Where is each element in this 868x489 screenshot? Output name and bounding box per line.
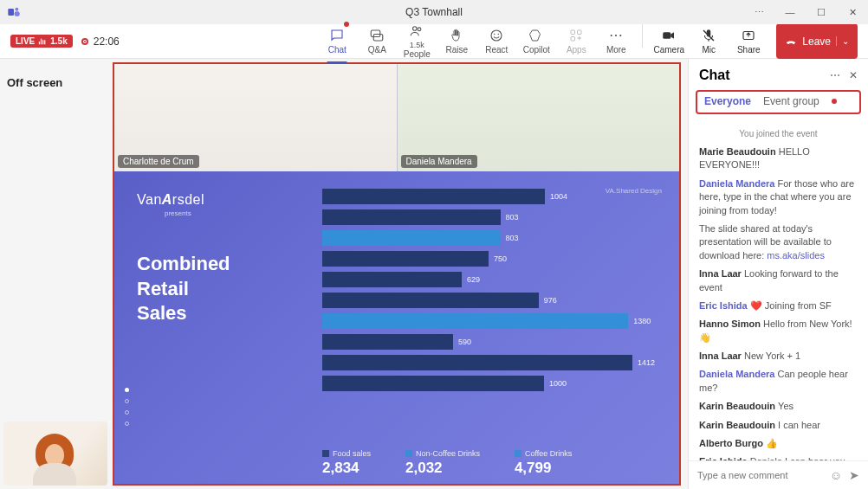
send-icon[interactable]: ➤	[849, 468, 859, 482]
apps-button[interactable]: Apps	[557, 23, 595, 59]
chat-tab-everyone[interactable]: Everyone	[704, 95, 751, 107]
chat-panel: Chat ⋯ ✕ Everyone Event group You joined…	[688, 59, 868, 489]
svg-point-1	[15, 8, 18, 11]
chat-input-row: ☺ ➤	[689, 460, 868, 489]
svg-rect-10	[571, 30, 575, 35]
offscreen-panel: Off screen	[0, 59, 113, 489]
offscreen-label: Off screen	[7, 76, 106, 89]
unread-dot-icon	[832, 99, 837, 104]
slide-chart: 1004803803750629976138059014121000	[322, 189, 655, 442]
more-icon: ⋯	[609, 28, 623, 43]
svg-point-9	[498, 34, 500, 35]
chat-icon	[329, 28, 345, 43]
chat-title: Chat	[699, 68, 830, 83]
svg-point-6	[418, 28, 421, 31]
toolbar-divider	[642, 23, 643, 48]
chat-badge-icon	[344, 22, 349, 27]
mic-button[interactable]: Mic	[690, 23, 728, 59]
people-icon	[409, 23, 424, 39]
more-window-icon[interactable]: ⋯	[743, 0, 774, 24]
qa-icon	[369, 28, 385, 43]
svg-rect-13	[664, 32, 671, 39]
chat-tabs-highlight: Everyone Event group	[696, 90, 861, 114]
main-stage: Charlotte de Crum Daniela Mandera VanArs…	[113, 59, 688, 489]
svg-point-5	[413, 27, 418, 31]
svg-rect-2	[15, 11, 20, 16]
svg-point-7	[491, 30, 502, 41]
close-icon[interactable]: ✕	[837, 0, 868, 24]
camera-icon	[661, 28, 677, 43]
svg-rect-0	[8, 9, 14, 16]
slide-nav-dots	[125, 388, 129, 426]
raise-hand-button[interactable]: Raise	[437, 23, 476, 59]
self-video[interactable]	[3, 421, 107, 486]
window-title: Q3 Townhall	[405, 6, 463, 18]
camera-button[interactable]: Camera	[650, 23, 688, 59]
qa-toolbar-button[interactable]: Q&A	[358, 23, 396, 59]
participant-name: Charlotte de Crum	[118, 155, 199, 168]
copilot-icon	[528, 28, 544, 43]
leave-chevron-icon[interactable]: ⌄	[836, 36, 849, 46]
svg-rect-3	[372, 30, 381, 37]
react-button[interactable]: React	[477, 23, 515, 59]
recording-icon	[81, 38, 88, 45]
share-icon	[741, 28, 756, 43]
hand-icon	[449, 28, 464, 43]
svg-point-8	[494, 34, 496, 35]
chat-tab-event-group[interactable]: Event group	[763, 95, 819, 107]
chat-messages[interactable]: You joined the eventMarie Beaudouin HELL…	[689, 119, 868, 460]
emoji-icon[interactable]: ☺	[830, 468, 842, 482]
people-toolbar-button[interactable]: 1.5k People	[398, 23, 436, 59]
share-button[interactable]: Share	[729, 23, 768, 59]
participant-video[interactable]: Charlotte de Crum	[114, 64, 397, 171]
svg-rect-4	[374, 35, 384, 42]
teams-logo-icon	[7, 5, 21, 19]
chat-more-icon[interactable]: ⋯	[830, 69, 840, 81]
meeting-toolbar: LIVE 1.5k 22:06 Chat Q&A 1.5k People Rai…	[0, 24, 868, 59]
minimize-icon[interactable]: —	[774, 0, 806, 24]
svg-rect-12	[571, 37, 575, 42]
chat-toolbar-button[interactable]: Chat	[318, 23, 356, 59]
window-controls: ⋯ — ☐ ✕	[743, 0, 868, 24]
more-button[interactable]: ⋯ More	[597, 23, 635, 59]
copilot-button[interactable]: Copilot	[517, 23, 555, 59]
participant-video[interactable]: Daniela Mandera	[398, 64, 680, 171]
svg-rect-11	[578, 30, 582, 35]
slide-legend: Food sales2,834Non-Coffee Drinks2,032Cof…	[322, 449, 655, 477]
maximize-icon[interactable]: ☐	[806, 0, 837, 24]
chat-close-icon[interactable]: ✕	[849, 69, 858, 81]
smile-icon	[489, 28, 504, 43]
signal-icon	[38, 37, 47, 46]
hangup-icon	[785, 35, 797, 48]
participant-name: Daniela Mandera	[401, 155, 477, 168]
shared-slide: VanArsdel presents VA.Shared Design Comb…	[114, 171, 679, 484]
recording-time: 22:06	[94, 35, 120, 48]
leave-button[interactable]: Leave ⌄	[776, 23, 858, 59]
titlebar: Q3 Townhall ⋯ — ☐ ✕	[0, 0, 868, 24]
live-badge: LIVE 1.5k	[10, 35, 73, 48]
apps-icon	[568, 28, 584, 43]
chat-input[interactable]	[697, 470, 823, 480]
mic-muted-icon	[701, 28, 716, 43]
